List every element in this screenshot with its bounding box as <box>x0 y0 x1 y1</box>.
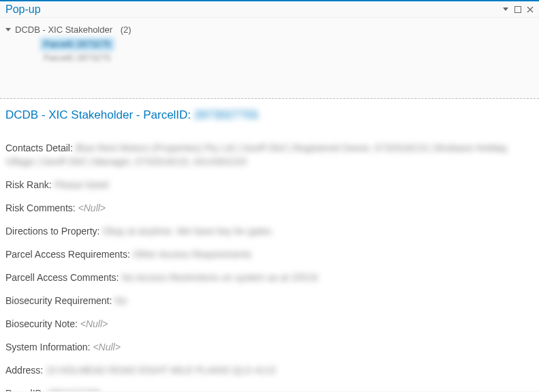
detail-title-value: 2873027755 <box>194 108 259 122</box>
field-value: No Access Restrictions on system as at 2… <box>121 272 318 283</box>
detail-title: DCDB - XIC Stakeholder - ParcelID: 28730… <box>5 108 534 122</box>
detail-field: Biosecurity Requirement: No <box>5 294 534 307</box>
detail-field: Parcel Access Requirements: Other Access… <box>5 247 534 261</box>
field-value: <Null> <box>78 202 106 213</box>
field-label: Parcell Access Comments: <box>5 272 121 283</box>
tree-children: Parcel0 2873275Parcel0 2873275 <box>40 37 534 65</box>
detail-field: Risk Comments: <Null> <box>5 201 534 215</box>
detail-field: Address: 10 HOLMEAD ROAD EIGHT MILE PLAI… <box>5 363 534 377</box>
field-value: 10 HOLMEAD ROAD EIGHT MILE PLAINS QLD 41… <box>46 365 275 376</box>
detail-field: Directions to Property: Okay at anytime.… <box>5 224 534 238</box>
maximize-icon[interactable] <box>513 5 523 14</box>
detail-field: Risk Rank: Please listed <box>5 178 534 192</box>
feature-tree-pane: DCDB - XIC Stakeholder (2) Parcel0 28732… <box>0 18 539 98</box>
tree-root-count: (2) <box>121 25 132 35</box>
field-label: ParcelID: <box>5 388 47 391</box>
detail-pane: DCDB - XIC Stakeholder - ParcelID: 28730… <box>0 99 539 391</box>
detail-field: Biosecurity Note: <Null> <box>5 317 534 331</box>
field-label: System Information: <box>5 342 93 352</box>
field-value: <Null> <box>80 318 108 329</box>
field-label: Risk Rank: <box>5 179 55 190</box>
detail-field: ParcelID: 2891027755 <box>5 387 534 391</box>
field-value: No <box>114 295 127 306</box>
field-label: Parcel Access Requirements: <box>5 249 133 260</box>
detail-field: System Information: <Null> <box>5 340 534 354</box>
titlebar: Pop-up <box>0 0 539 18</box>
field-value: Blue Rent Motors (Properties) Pty Ltd | … <box>5 142 508 167</box>
detail-field: Contacts Detail: Blue Rent Motors (Prope… <box>5 141 534 168</box>
field-label: Contacts Detail: <box>5 142 76 153</box>
detail-fields: Contacts Detail: Blue Rent Motors (Prope… <box>5 141 534 391</box>
close-icon[interactable] <box>525 5 535 14</box>
popup-title: Pop-up <box>5 3 498 16</box>
field-label: Risk Comments: <box>5 202 78 213</box>
chevron-down-icon <box>5 28 11 31</box>
svg-rect-0 <box>515 6 521 12</box>
field-label: Address: <box>5 365 46 376</box>
detail-title-prefix: DCDB - XIC Stakeholder - ParcelID: <box>5 108 191 121</box>
field-value: Other Access Requirements <box>133 249 251 260</box>
tree-item[interactable]: Parcel0 2873275 <box>40 37 114 51</box>
field-value: 2891027755 <box>47 388 100 391</box>
field-label: Biosecurity Requirement: <box>5 295 114 306</box>
tree-root[interactable]: DCDB - XIC Stakeholder (2) <box>5 25 534 35</box>
tree-item[interactable]: Parcel0 2873275 <box>40 51 114 65</box>
field-label: Directions to Property: <box>5 226 102 237</box>
field-value: <Null> <box>93 342 120 352</box>
collapse-dropdown-icon[interactable] <box>501 5 510 14</box>
tree-root-label: DCDB - XIC Stakeholder <box>15 25 112 35</box>
detail-field: Parcell Access Comments: No Access Restr… <box>5 271 534 284</box>
field-value: Please listed <box>55 179 108 190</box>
field-value: Okay at anytime. We have key for gates <box>102 226 271 237</box>
field-label: Biosecurity Note: <box>5 318 80 329</box>
